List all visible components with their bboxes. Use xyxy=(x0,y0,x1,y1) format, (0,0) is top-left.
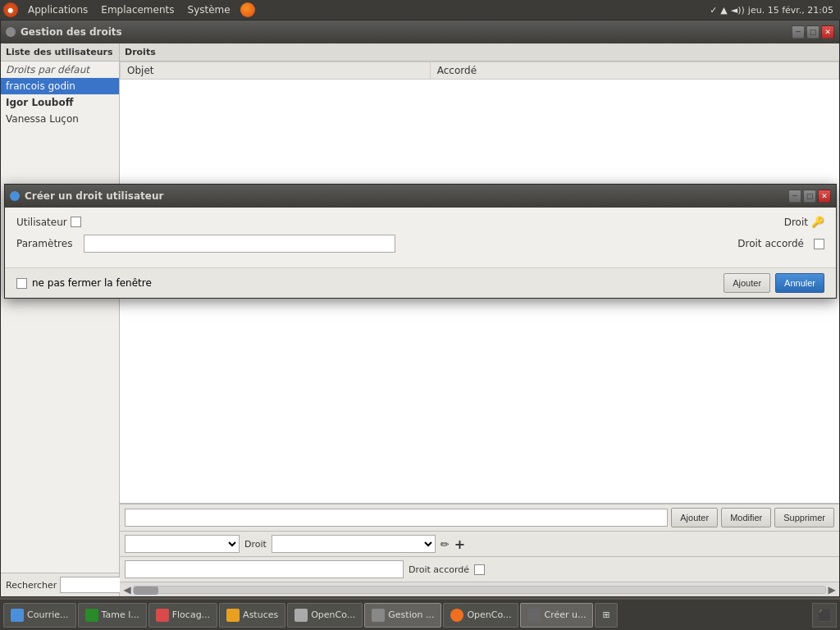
edit-icon[interactable]: ✏ xyxy=(441,538,450,550)
system-tray: ✓ ▲ ◄)) jeu. 15 févr., 21:05 xyxy=(710,5,833,16)
utilisateur-label: Utilisateur xyxy=(16,217,67,228)
dialog-minimize-button[interactable]: ─ xyxy=(788,189,801,203)
gestion-label: Gestion ... xyxy=(388,609,434,620)
bluetooth-icon: ✓ xyxy=(710,5,717,16)
rights-filter-row: Droit ✏ + xyxy=(120,531,839,556)
dialog-add-button[interactable]: Ajouter xyxy=(724,273,770,293)
granted-dialog-checkbox[interactable] xyxy=(814,239,824,249)
dialog-user-row: Utilisateur Droit 🔑 xyxy=(16,216,824,228)
rights-search-input[interactable] xyxy=(125,509,668,527)
maximize-button[interactable]: □ xyxy=(806,25,819,39)
dialog-titlebar: Créer un droit utilisateur ─ □ ✕ xyxy=(5,185,836,208)
user-item-vanessa[interactable]: Vanessa Luçon xyxy=(1,111,119,127)
no-close-label: ne pas fermer la fenêtre xyxy=(32,277,152,289)
scroll-thumb[interactable] xyxy=(134,587,158,595)
left-panel: Liste des utilisateurs Droits par défaut… xyxy=(1,43,120,596)
user-item-igor[interactable]: Igor Louboff xyxy=(1,94,119,111)
volume-icon: ◄)) xyxy=(731,5,745,16)
add-right-button[interactable]: Ajouter xyxy=(671,508,718,527)
granted-dialog-label: Droit accordé xyxy=(737,238,804,249)
droit-select[interactable] xyxy=(272,535,436,553)
main-window-controls: ─ □ ✕ xyxy=(792,25,834,39)
key-icon: 🔑 xyxy=(811,216,824,228)
menu-applications[interactable]: Applications xyxy=(23,2,93,17)
menu-systeme[interactable]: Système xyxy=(183,2,235,17)
openco2-icon xyxy=(450,609,463,622)
granted-checkbox[interactable] xyxy=(474,564,485,575)
user-item-default[interactable]: Droits par défaut xyxy=(1,62,119,78)
granted-row: Droit accordé xyxy=(120,556,839,582)
add-filter-icon[interactable]: + xyxy=(454,536,465,552)
dialog-maximize-button[interactable]: □ xyxy=(803,189,816,203)
dialog-footer: ne pas fermer la fenêtre Ajouter Annuler xyxy=(5,267,836,298)
rights-toolbar: Ajouter Modifier Supprimer xyxy=(120,504,839,531)
dialog-cancel-button[interactable]: Annuler xyxy=(775,273,824,293)
firefox-icon[interactable] xyxy=(240,2,255,17)
minimize-button[interactable]: ─ xyxy=(792,25,805,39)
taskbar-item-tamel[interactable]: Tame l... xyxy=(78,603,147,628)
flocag-label: Flocag... xyxy=(172,609,210,620)
taskbar-item-flocag[interactable]: Flocag... xyxy=(148,603,217,628)
menu-emplacements[interactable]: Emplacements xyxy=(96,2,179,17)
dialog-title: Créer un droit utilisateur xyxy=(25,190,788,202)
col-objet: Objet xyxy=(121,62,431,80)
user-list: Droits par défaut francois godin Igor Lo… xyxy=(1,62,119,573)
droit-filter-label: Droit xyxy=(244,539,267,550)
taskbar-item-grid[interactable]: ⊞ xyxy=(595,603,617,628)
scroll-right-btn[interactable]: ▶ xyxy=(826,584,838,596)
left-panel-header: Liste des utilisateurs xyxy=(1,43,119,62)
taskbar-item-openco2[interactable]: OpenCo... xyxy=(443,603,518,628)
courrier-icon xyxy=(11,609,24,622)
openco2-label: OpenCo... xyxy=(467,609,511,620)
horizontal-scrollbar[interactable]: ◀ ▶ xyxy=(120,582,839,596)
params-input[interactable] xyxy=(84,235,395,253)
scroll-left-btn[interactable]: ◀ xyxy=(121,584,133,596)
filter-select-left[interactable] xyxy=(125,535,240,553)
search-label: Rechercher xyxy=(6,580,57,591)
dialog-close-button[interactable]: ✕ xyxy=(818,189,831,203)
dialog-footer-right: Ajouter Annuler xyxy=(724,273,824,293)
openco1-label: OpenCo... xyxy=(311,609,355,620)
gestion-icon xyxy=(372,609,385,622)
distro-icon[interactable]: ● xyxy=(3,2,18,17)
astuces-label: Astuces xyxy=(243,609,278,620)
right-panel: Droits Objet Accordé xyxy=(120,43,839,596)
openco1-icon xyxy=(294,609,308,622)
rights-table: Objet Accordé xyxy=(120,62,839,80)
desktop: Gestion des droits ─ □ ✕ Liste des utili… xyxy=(0,20,840,630)
creer-label: Créer u... xyxy=(544,609,586,620)
grid-icon: ⊞ xyxy=(602,609,609,620)
modify-right-button[interactable]: Modifier xyxy=(721,508,771,527)
taskbar-item-courrier[interactable]: Courrie... xyxy=(3,603,76,628)
top-menubar: ● Applications Emplacements Système ✓ ▲ … xyxy=(0,0,840,20)
granted-label: Droit accordé xyxy=(409,564,469,575)
main-window-title: Gestion des droits xyxy=(21,26,792,38)
taskbar-item-astuces[interactable]: Astuces xyxy=(219,603,285,628)
droit-info: Droit 🔑 xyxy=(784,216,824,228)
utilisateur-checkbox[interactable] xyxy=(71,217,81,227)
tamel-icon xyxy=(85,609,98,622)
tamel-label: Tame l... xyxy=(102,609,139,620)
delete-right-button[interactable]: Supprimer xyxy=(774,508,834,527)
astuces-icon xyxy=(226,609,240,622)
left-panel-bottom: Rechercher xyxy=(1,573,119,596)
taskbar-item-openco1[interactable]: OpenCo... xyxy=(287,603,363,628)
droit-label: Droit xyxy=(784,217,808,228)
close-button[interactable]: ✕ xyxy=(821,25,834,39)
scroll-track xyxy=(133,586,826,594)
show-desktop-button[interactable]: ⬛ xyxy=(812,603,837,628)
taskbar-item-gestion[interactable]: Gestion ... xyxy=(364,603,441,628)
dialog-content: Utilisateur Droit 🔑 Paramètres Droit acc… xyxy=(5,208,836,267)
user-item-francois[interactable]: francois godin xyxy=(1,78,119,94)
main-window: Gestion des droits ─ □ ✕ Liste des utili… xyxy=(0,20,840,597)
main-window-titlebar: Gestion des droits ─ □ ✕ xyxy=(1,21,839,43)
taskbar: Courrie... Tame l... Flocag... Astuces O… xyxy=(0,599,840,630)
no-close-checkbox[interactable] xyxy=(16,278,27,289)
taskbar-item-creer[interactable]: Créer u... xyxy=(520,603,593,628)
col-accorde: Accordé xyxy=(430,62,838,80)
main-window-icon xyxy=(6,27,16,37)
window-content: Liste des utilisateurs Droits par défaut… xyxy=(1,43,839,596)
granted-text-input[interactable] xyxy=(125,560,404,578)
rights-header: Droits xyxy=(120,43,839,62)
desktop-icon: ⬛ xyxy=(818,609,832,622)
